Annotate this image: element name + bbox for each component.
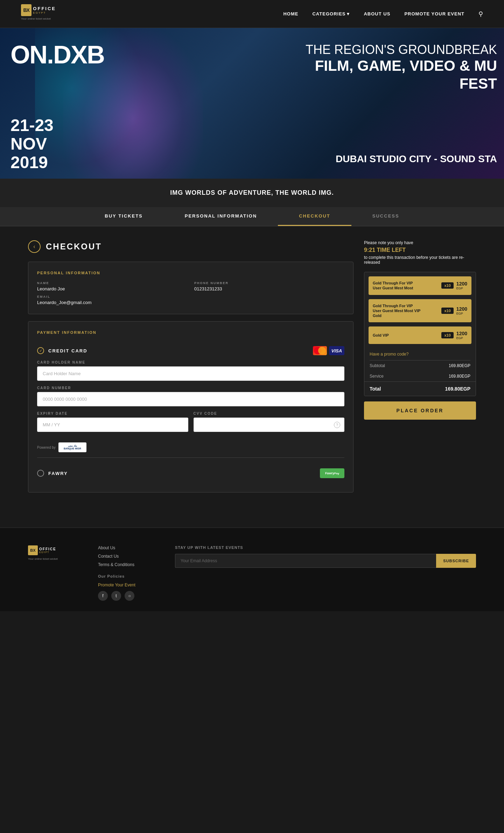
cvv-input[interactable]	[194, 418, 345, 432]
ticket-qty-1: x10	[441, 282, 453, 289]
hero-dates: 21-23 NOV 2019	[10, 116, 104, 172]
hero-banner: ON.DXB 21-23 NOV 2019 THE REGION'S GROUN…	[0, 28, 504, 179]
nav-home[interactable]: HOME	[283, 11, 298, 16]
nav-promote[interactable]: PROMOTE YOUR EVENT	[404, 11, 464, 16]
instagram-icon[interactable]: ○	[125, 591, 134, 601]
powered-by-label: Powered by	[37, 446, 56, 449]
place-order-button[interactable]: PLACE ORDER	[364, 401, 476, 420]
timer-note: Please note you only have	[364, 240, 476, 245]
ticket-name-2: Gold Through For VIP User Guest Mest Mos…	[373, 303, 422, 318]
newsletter-email-input[interactable]	[175, 554, 436, 568]
expiry-group: EXPIRY DATE	[37, 412, 188, 432]
hero-on-dxb: ON.DXB	[10, 42, 104, 67]
logo-office: OFFICE	[33, 6, 56, 11]
ticket-item-3: Gold VIP x10 1200 EGP	[369, 326, 471, 344]
payment-section: PAYMENT INFORMATION CREDIT CARD VISA	[28, 321, 354, 493]
ticket-item-1: Gold Through For VIP User Guest Mest Mos…	[369, 276, 471, 295]
card-holder-input[interactable]	[37, 366, 344, 381]
event-title: IMG WORLDS OF ADVENTURE, THE WORLD IMG.	[0, 179, 504, 207]
footer-inner: BX OFFICE EGYPT Your online ticket wicke…	[28, 545, 476, 601]
steps-nav: BUY TICKETS PERSONAL INFORMATION CHECKOU…	[0, 207, 504, 226]
subscribe-button[interactable]: SUBSCRIBE	[436, 554, 476, 568]
hero-fest: FEST	[259, 75, 497, 92]
email-label: EMAIL	[37, 295, 344, 298]
timer-sub: to complete this transaction before your…	[364, 255, 476, 265]
left-panel: ‹ CHECKOUT PERSONAL INFORMATION NAME Leo…	[28, 240, 354, 500]
card-holder-label: CARD HOLDER NAME	[37, 360, 344, 364]
logo[interactable]: BX OFFICE EGYPT Your online ticket wicke…	[21, 4, 56, 23]
facebook-icon[interactable]: f	[98, 591, 108, 601]
footer-logo: BX OFFICE EGYPT Your online ticket wicke…	[28, 545, 70, 560]
promo-link[interactable]: Have a promo code?	[364, 348, 476, 360]
footer-tagline: Your online ticket wicket	[28, 557, 70, 560]
logo-tagline: Your online ticket wicket	[21, 17, 56, 20]
personal-info-grid: NAME Leonardo Joe PHONE NUMBER 012312312…	[37, 281, 344, 305]
powered-by: Powered by بنك مصر BANQUE MISR	[37, 442, 344, 452]
footer-terms[interactable]: Terms & Conditions	[98, 562, 147, 567]
footer-col-links: About Us Contact Us Terms & Conditions O…	[98, 545, 147, 601]
card-number-input[interactable]	[37, 392, 344, 406]
phone-field: PHONE NUMBER 01231231233	[194, 281, 344, 291]
fawry-option: FAWRY Fawry Pay	[37, 463, 344, 483]
hero-film: FILM, GAME, VIDEO & MU	[259, 57, 497, 75]
step-success[interactable]: SUCCESS	[351, 207, 420, 226]
ticket-price-2: 1200	[456, 306, 467, 312]
ticket-qty-3: x10	[441, 332, 453, 338]
personal-info-section: PERSONAL INFORMATION NAME Leonardo Joe P…	[28, 262, 354, 314]
back-button[interactable]: ‹	[28, 240, 41, 253]
chevron-down-icon: ▾	[347, 11, 350, 16]
credit-card-option: CREDIT CARD VISA	[37, 341, 344, 360]
step-buy-tickets[interactable]: BUY TICKETS	[84, 207, 163, 226]
ticket-price-1: 1200	[456, 281, 467, 287]
total-value: 169.80EGP	[445, 386, 470, 392]
cvv-help-icon[interactable]: ?	[334, 422, 340, 428]
right-panel: Please note you only have 9:21 TIME LEFT…	[364, 240, 476, 420]
expiry-input[interactable]	[37, 418, 188, 432]
subtotal-label: Subtotal	[370, 363, 385, 368]
footer-about[interactable]: About Us	[98, 545, 147, 550]
nav-about[interactable]: ABOUT US	[364, 11, 390, 16]
phone-value: 01231231233	[194, 286, 344, 291]
newsletter-form: SUBSCRIBE	[175, 554, 476, 568]
step-personal-info[interactable]: PERSONAL INFORMATION	[164, 207, 278, 226]
ticket-currency-3: EGP	[456, 336, 467, 340]
footer-contact[interactable]: Contact Us	[98, 554, 147, 559]
main-content: ‹ CHECKOUT PERSONAL INFORMATION NAME Leo…	[0, 226, 504, 514]
twitter-icon[interactable]: t	[111, 591, 121, 601]
search-icon[interactable]: ⚲	[478, 10, 483, 18]
total-label: Total	[370, 386, 381, 392]
step-checkout[interactable]: CHECKOUT	[278, 207, 351, 226]
fawry-radio[interactable]	[37, 470, 44, 477]
mastercard-icon	[313, 346, 327, 355]
logo-egypt: EGYPT	[33, 11, 56, 14]
checkout-title: CHECKOUT	[46, 242, 102, 252]
hero-right-text: THE REGION'S GROUNDBREAK FILM, GAME, VID…	[259, 42, 504, 92]
header: BX OFFICE EGYPT Your online ticket wicke…	[0, 0, 504, 28]
subtotal-value: 169.80EGP	[449, 363, 470, 368]
nav-categories[interactable]: CATEGORIES ▾	[312, 11, 350, 16]
card-holder-group: CARD HOLDER NAME	[37, 360, 344, 381]
card-number-label: CARD NUMBER	[37, 386, 344, 390]
name-label: NAME	[37, 281, 187, 285]
footer-newsletter: STAY UP WITH LATEST EVENTS SUBSCRIBE	[175, 545, 476, 568]
card-bottom-row: EXPIRY DATE CVV CODE ?	[37, 412, 344, 437]
fawry-label: FAWRY	[48, 471, 68, 476]
order-summary: Gold Through For VIP User Guest Mest Mos…	[364, 272, 476, 396]
footer-policies-title: Our Policies	[98, 574, 147, 578]
service-value: 169.80EGP	[449, 374, 470, 379]
footer-promote[interactable]: Promote Your Event	[98, 583, 147, 587]
hero-left-text: ON.DXB 21-23 NOV 2019	[0, 28, 115, 179]
checkout-header: ‹ CHECKOUT	[28, 240, 354, 253]
service-row: Service 169.80EGP	[364, 371, 476, 381]
ticket-name-1: Gold Through For VIP User Guest Mest Mos…	[373, 281, 422, 291]
footer-logo-egypt: EGYPT	[39, 551, 56, 553]
email-value: Leonardo_Joe@gmail.com	[37, 300, 344, 305]
ticket-name-3: Gold VIP	[373, 333, 389, 338]
banque-misr-logo: بنك مصر BANQUE MISR	[58, 442, 86, 452]
credit-card-radio[interactable]	[37, 347, 44, 354]
footer-social: f t ○	[98, 591, 147, 601]
personal-info-title: PERSONAL INFORMATION	[37, 271, 344, 275]
main-nav: HOME CATEGORIES ▾ ABOUT US PROMOTE YOUR …	[283, 10, 483, 18]
email-field: EMAIL Leonardo_Joe@gmail.com	[37, 295, 344, 305]
service-label: Service	[370, 374, 384, 379]
